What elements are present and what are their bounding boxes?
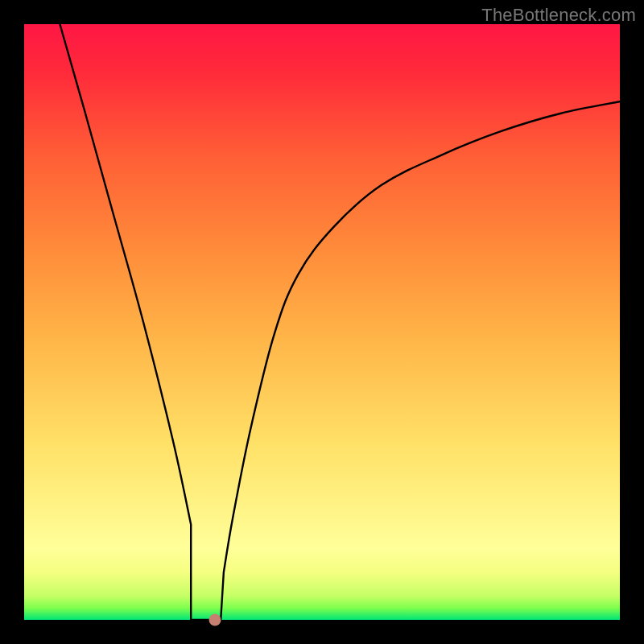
watermark-text: TheBottleneck.com bbox=[481, 5, 636, 26]
chart-frame: TheBottleneck.com bbox=[0, 0, 644, 644]
bottleneck-curve bbox=[24, 24, 620, 620]
plot-area bbox=[24, 24, 620, 620]
